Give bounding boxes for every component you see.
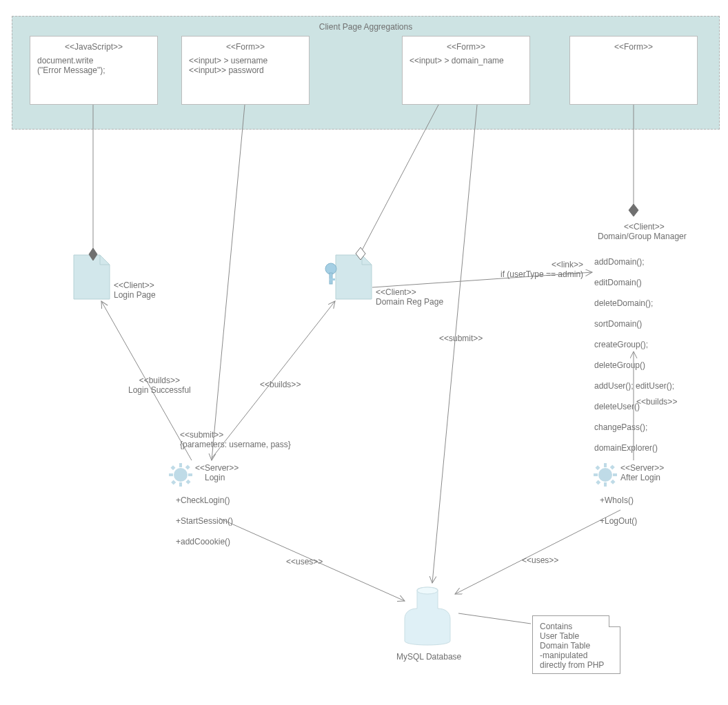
edge-uses-1: <<uses>> [286, 557, 323, 566]
edge-builds-2: <<builds>> [636, 397, 677, 407]
svg-line-38 [458, 613, 531, 624]
edge-submit: <<submit>> [439, 334, 483, 343]
edge-builds-1: <<builds>> [260, 380, 301, 389]
svg-marker-28 [356, 247, 365, 260]
svg-line-37 [455, 510, 620, 594]
edge-builds-login: <<builds>> Login Successful [128, 376, 191, 395]
connectors [0, 0, 728, 705]
edge-submit-params: <<submit>> {parameters: username, pass} [180, 430, 291, 449]
svg-line-26 [212, 105, 245, 460]
svg-marker-31 [629, 204, 638, 216]
svg-line-27 [361, 105, 438, 253]
edge-uses-2: <<uses>> [522, 555, 558, 565]
svg-line-29 [432, 105, 477, 583]
edge-link-admin: <<link>> if (userType == admin) [501, 260, 583, 279]
svg-marker-25 [89, 248, 97, 260]
